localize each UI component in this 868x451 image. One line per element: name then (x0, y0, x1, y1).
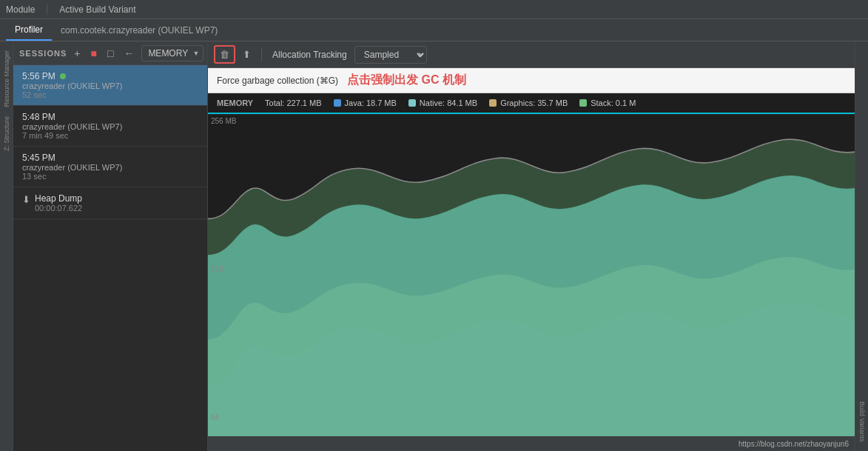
toolbar: 🗑 ⬆ Allocation Tracking Sampled Full ▼ (208, 41, 855, 68)
stack-stat: Stack: 0.1 M (579, 98, 636, 107)
top-divider (47, 4, 47, 15)
tab-bar: Profiler com.cootek.crazyreader (OUKIEL … (0, 19, 868, 41)
session-duration-1: 7 min 49 sec (22, 131, 198, 140)
session-time-1: 5:48 PM (22, 112, 198, 122)
session-time-text-2: 5:45 PM (22, 153, 55, 163)
java-stat-text: Java: 18.7 MB (345, 98, 397, 107)
force-gc-button[interactable]: 🗑 (214, 45, 235, 64)
session-time-text-0: 5:56 PM (22, 71, 55, 81)
graphics-dot (489, 99, 497, 107)
session-name-0: crazyreader (OUKIEL WP7) (22, 81, 198, 90)
main-wrapper: Resource Manager Z: Structure SESSIONS +… (0, 41, 868, 451)
y-label-128: 128 (211, 264, 223, 273)
top-bar: Module Active Build Variant (0, 0, 868, 19)
heap-dump-item[interactable]: ⬇ Heap Dump 00:00:07.622 (13, 187, 207, 219)
java-dot (334, 99, 341, 107)
session-item-1[interactable]: 5:48 PM crazyreader (OUKIEL WP7) 7 min 4… (13, 106, 207, 147)
heap-icon: ⬇ (22, 194, 30, 205)
left-strip: Resource Manager Z: Structure (0, 41, 13, 451)
main-content: SESSIONS + ■ □ ← MEMORY ▼ 5:56 PM crazyr… (13, 41, 855, 451)
chart-title: MEMORY (217, 98, 253, 107)
session-name-2: crazyreader (OUKIEL WP7) (22, 163, 198, 172)
graphics-stat-text: Graphics: 35.7 MB (500, 98, 568, 107)
record-button[interactable]: □ (104, 46, 116, 61)
session-duration-2: 13 sec (22, 172, 198, 181)
sessions-header: SESSIONS + ■ □ ← MEMORY ▼ (13, 41, 207, 65)
right-panel: 🗑 ⬆ Allocation Tracking Sampled Full ▼ F… (208, 41, 855, 451)
session-duration-0: 52 sec (22, 90, 198, 99)
active-build-label: Active Build Variant (59, 4, 135, 15)
chart-header: MEMORY Total: 227.1 MB Java: 18.7 MB Nat… (208, 93, 855, 114)
back-button[interactable]: ← (121, 46, 137, 61)
sampled-select[interactable]: Sampled Full (354, 46, 427, 64)
force-gc-tooltip-text: Force garbage collection (⌘G) (217, 76, 338, 86)
add-session-button[interactable]: + (71, 46, 83, 61)
profiler-tab[interactable]: Profiler (6, 20, 52, 41)
heap-dump-time: 00:00:07.622 (35, 204, 82, 213)
chart-area: MEMORY Total: 227.1 MB Java: 18.7 MB Nat… (208, 93, 855, 436)
status-bar: https://blog.csdn.net/zhaoyanjun6 (208, 436, 855, 451)
build-variants-tab[interactable]: Build Variants (857, 398, 867, 445)
chart-svg-container: 256 MB 128 64 (208, 114, 855, 436)
gc-annotation-text: 点击强制出发 GC 机制 (347, 73, 466, 88)
chart-stats: Total: 227.1 MB Java: 18.7 MB Native: 84… (265, 98, 636, 107)
allocation-tracking-label: Allocation Tracking (272, 50, 347, 60)
session-item-2[interactable]: 5:45 PM crazyreader (OUKIEL WP7) 13 sec (13, 147, 207, 187)
sidebar: SESSIONS + ■ □ ← MEMORY ▼ 5:56 PM crazyr… (13, 41, 208, 451)
export-button[interactable]: ⬆ (238, 46, 255, 63)
total-stat: Total: 227.1 MB (265, 98, 321, 107)
session-item-0[interactable]: 5:56 PM crazyreader (OUKIEL WP7) 52 sec (13, 65, 207, 106)
right-strip: Build Variants (855, 41, 868, 451)
memory-dropdown-wrapper[interactable]: MEMORY ▼ (141, 45, 203, 61)
session-time-text-1: 5:48 PM (22, 112, 55, 122)
session-time-2: 5:45 PM (22, 153, 198, 163)
graphics-stat: Graphics: 35.7 MB (489, 98, 568, 107)
stop-session-button[interactable]: ■ (87, 46, 99, 61)
sampled-dropdown-wrapper[interactable]: Sampled Full ▼ (354, 46, 427, 64)
native-stat: Native: 84.1 MB (408, 98, 477, 107)
memory-select[interactable]: MEMORY (141, 45, 203, 61)
y-label-64: 64 (211, 413, 219, 421)
resource-manager-tab[interactable]: Resource Manager (1, 47, 12, 110)
toolbar-sep (261, 48, 262, 61)
native-dot (408, 99, 416, 107)
stack-stat-text: Stack: 0.1 M (591, 98, 636, 107)
status-url: https://blog.csdn.net/zhaoyanjun6 (739, 440, 849, 448)
memory-chart-svg (208, 114, 855, 436)
heap-dump-title: Heap Dump (35, 193, 82, 204)
session-name-1: crazyreader (OUKIEL WP7) (22, 122, 198, 131)
java-stat: Java: 18.7 MB (334, 98, 397, 107)
structure-tab[interactable]: Z: Structure (1, 113, 12, 154)
y-label-256: 256 MB (211, 117, 236, 125)
session-time-0: 5:56 PM (22, 71, 198, 81)
sessions-label: SESSIONS (19, 49, 67, 58)
native-stat-text: Native: 84.1 MB (420, 98, 477, 107)
stack-dot (579, 99, 587, 107)
session-dot-0 (60, 73, 66, 79)
session-list: 5:56 PM crazyreader (OUKIEL WP7) 52 sec … (13, 65, 207, 187)
app-tab[interactable]: com.cootek.crazyreader (OUKIEL WP7) (52, 21, 226, 40)
module-label: Module (6, 4, 35, 15)
tooltip-bar: Force garbage collection (⌘G) 点击强制出发 GC … (208, 68, 855, 93)
